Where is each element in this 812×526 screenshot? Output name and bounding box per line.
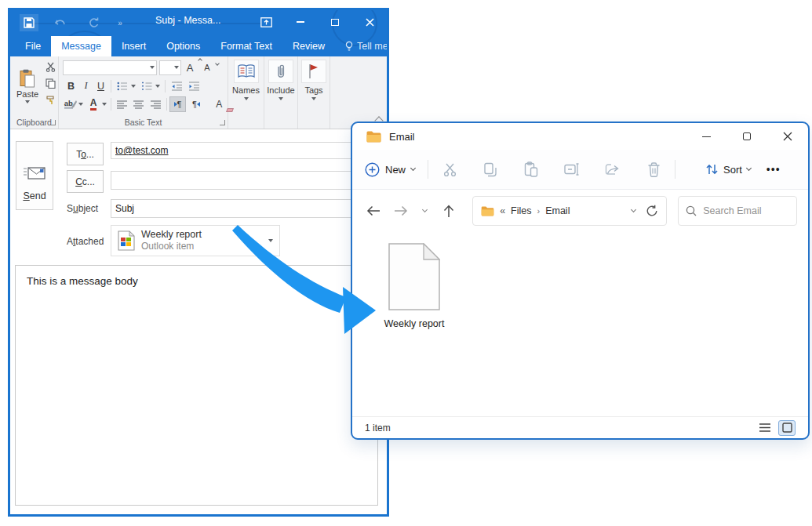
left-to-right-button[interactable]: ¶ (169, 96, 186, 112)
basic-text-dialog-launcher[interactable] (220, 120, 225, 125)
clipboard-dialog-launcher[interactable] (50, 120, 56, 125)
paste-button[interactable]: Paste (13, 59, 42, 114)
cc-button[interactable]: Cc... (67, 170, 104, 193)
close-button[interactable] (352, 10, 387, 34)
explorer-titlebar: Email (352, 123, 808, 150)
file-item[interactable]: Weekly report (378, 243, 450, 329)
address-book-button[interactable]: Names (228, 60, 264, 100)
to-button[interactable]: To... (67, 143, 104, 165)
message-header-form: Send To... to@test.com Cc... Subject Sub… (10, 129, 387, 265)
copy-icon[interactable] (43, 76, 57, 90)
address-book-icon (234, 60, 259, 83)
to-field[interactable]: to@test.com (111, 142, 371, 159)
document-icon (388, 243, 440, 310)
sort-label: Sort (723, 164, 742, 176)
underline-button[interactable]: U (93, 78, 108, 94)
tab-insert[interactable]: Insert (111, 36, 156, 56)
tags-dropdown-caret (311, 97, 316, 100)
font-style-row: ab A ¶ ¶ (59, 96, 228, 113)
grow-font-button[interactable]: A (181, 60, 198, 75)
font-name-combo[interactable] (63, 60, 157, 75)
new-button[interactable]: New (365, 162, 415, 177)
attach-file-button[interactable]: Include (264, 60, 297, 100)
tab-tell-me[interactable]: Tell me... (335, 36, 387, 56)
save-icon[interactable] (20, 14, 38, 31)
cc-field[interactable] (111, 171, 371, 190)
see-more-button[interactable]: ••• (766, 163, 781, 176)
attachment-chip[interactable]: Weekly report Outlook item (111, 225, 280, 256)
font-color-button[interactable]: A (85, 96, 101, 112)
subject-field[interactable]: Subj (111, 199, 371, 218)
follow-up-button[interactable]: Tags (298, 60, 330, 100)
align-left-button[interactable] (114, 96, 130, 112)
send-button[interactable]: Send (16, 141, 53, 210)
view-toggles (756, 420, 796, 436)
details-view-icon[interactable] (756, 420, 774, 436)
cut-icon[interactable] (441, 161, 458, 178)
format-painter-icon[interactable] (43, 93, 57, 107)
italic-button[interactable]: I (78, 78, 93, 94)
redo-icon[interactable] (84, 14, 103, 31)
decrease-indent-button[interactable] (168, 78, 185, 94)
folder-content: Weekly report (352, 232, 808, 416)
numbering-button[interactable] (138, 78, 155, 94)
align-right-button[interactable] (147, 96, 163, 112)
copy-icon[interactable] (482, 161, 499, 178)
attachment-dropdown-caret[interactable] (268, 239, 273, 242)
minimize-button[interactable] (283, 10, 318, 34)
text-highlight-button[interactable]: ab (62, 96, 78, 112)
close-button[interactable] (767, 123, 808, 150)
file-name: Weekly report (378, 318, 450, 329)
paste-icon[interactable] (523, 161, 540, 178)
refresh-icon[interactable] (646, 205, 658, 217)
breadcrumb-email[interactable]: Email (545, 205, 570, 216)
large-icons-view-icon[interactable] (778, 420, 796, 436)
cut-icon[interactable] (43, 60, 57, 74)
bullets-button[interactable] (114, 78, 131, 94)
font-row: A A (59, 60, 228, 75)
sort-arrows-icon (705, 163, 719, 176)
tab-format-text[interactable]: Format Text (210, 36, 282, 56)
search-box[interactable] (678, 196, 797, 226)
search-input[interactable] (703, 205, 785, 216)
undo-icon[interactable] (51, 14, 70, 31)
breadcrumb-overflow[interactable]: « (500, 205, 505, 216)
tab-file[interactable]: File (15, 36, 51, 56)
sort-button[interactable]: Sort (705, 163, 751, 176)
up-button[interactable] (439, 201, 459, 221)
maximize-button[interactable] (318, 10, 352, 34)
shrink-font-button[interactable]: A (198, 60, 216, 75)
to-recipient[interactable]: to@test.com (115, 145, 169, 156)
ribbon-display-options-icon[interactable] (249, 10, 283, 34)
desktop: » Subj - Messa... File Message Insert Op… (0, 0, 812, 526)
address-bar[interactable]: « Files › Email (472, 196, 667, 226)
window-controls (249, 10, 387, 34)
right-to-left-button[interactable]: ¶ (188, 96, 204, 112)
tab-options[interactable]: Options (156, 36, 210, 56)
breadcrumb-files[interactable]: Files (511, 205, 531, 216)
clipboard-small-buttons (43, 60, 57, 107)
rename-icon[interactable] (563, 161, 581, 178)
back-button[interactable] (363, 201, 384, 221)
include-dropdown-caret (279, 97, 283, 100)
sort-dropdown-chevron (746, 165, 752, 171)
address-dropdown-chevron[interactable] (631, 207, 636, 212)
tab-message[interactable]: Message (51, 36, 111, 56)
tab-review[interactable]: Review (282, 36, 335, 56)
recent-locations-chevron[interactable] (418, 201, 432, 221)
clear-formatting-button[interactable]: A (211, 96, 228, 112)
breadcrumb-separator: › (537, 206, 541, 216)
basic-text-group-label: Basic Text (59, 118, 228, 127)
qat-more-icon[interactable]: » (111, 14, 129, 31)
share-icon[interactable] (604, 161, 621, 178)
maximize-button[interactable] (726, 123, 767, 150)
minimize-button[interactable] (686, 123, 726, 150)
forward-button[interactable] (391, 201, 411, 221)
font-size-combo[interactable] (159, 60, 181, 75)
paste-icon (20, 69, 35, 88)
delete-icon[interactable] (645, 161, 662, 178)
align-center-button[interactable] (130, 96, 147, 112)
increase-indent-button[interactable] (185, 78, 202, 94)
message-body[interactable]: This is a message body (15, 265, 378, 506)
bold-button[interactable]: B (64, 78, 78, 94)
